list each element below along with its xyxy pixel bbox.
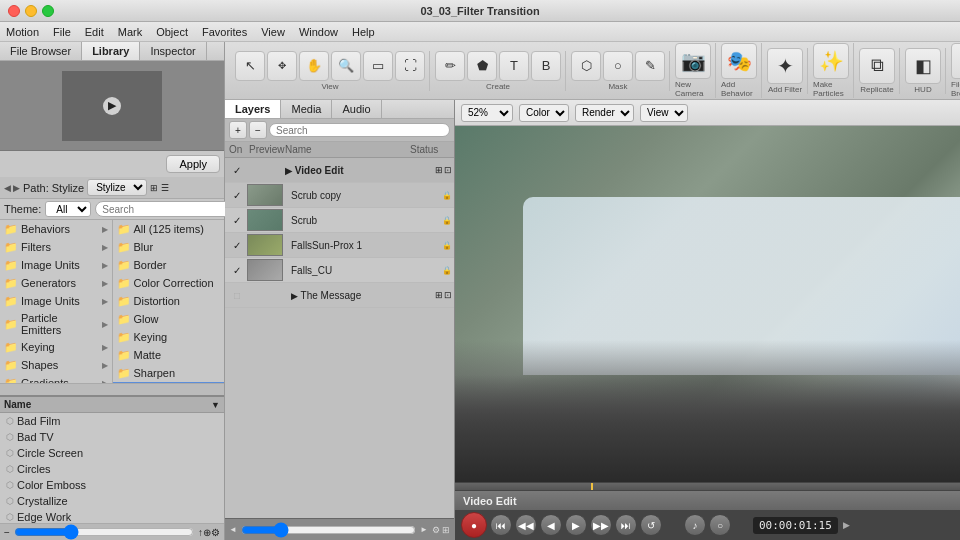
make-particles-btn[interactable]: ✨ — [813, 43, 849, 79]
categories-scrollbar[interactable] — [0, 383, 224, 395]
cat-filters[interactable]: 📁 Filters ▶ — [0, 238, 112, 256]
tab-inspector[interactable]: Inspector — [140, 42, 206, 60]
add-behavior-btn[interactable]: 🎭 — [721, 43, 757, 79]
subcat-border[interactable]: 📁 Border — [113, 256, 225, 274]
playhead-bar[interactable] — [455, 482, 960, 490]
filter-circle-screen[interactable]: ⬡ Circle Screen — [0, 445, 224, 461]
cat-particle-emitters[interactable]: 📁 Particle Emitters ▶ — [0, 310, 112, 338]
preview-play-button[interactable]: ▶ — [103, 97, 121, 115]
subcat-glow[interactable]: 📁 Glow — [113, 310, 225, 328]
remove-layer-btn[interactable]: − — [249, 121, 267, 139]
menu-window[interactable]: Window — [299, 26, 338, 38]
maximize-button[interactable] — [42, 5, 54, 17]
cat-gradients[interactable]: 📁 Gradients ▶ — [0, 374, 112, 383]
pan-tool[interactable]: ✋ — [299, 51, 329, 81]
cat-shapes[interactable]: 📁 Shapes ▶ — [0, 356, 112, 374]
menu-file[interactable]: File — [53, 26, 71, 38]
layer-tab-layers[interactable]: Layers — [225, 100, 281, 118]
mask-circle-tool[interactable]: ○ — [603, 51, 633, 81]
canvas-viewport[interactable]: lynda.com — [455, 126, 960, 482]
filter-crystallize[interactable]: ⬡ Crystallize — [0, 493, 224, 509]
subcat-distortion[interactable]: 📁 Distortion — [113, 292, 225, 310]
subcat-blur[interactable]: 📁 Blur — [113, 238, 225, 256]
filter-bad-tv[interactable]: ⬡ Bad TV — [0, 429, 224, 445]
layer-row[interactable]: ✓ Scrub 🔒 — [225, 208, 454, 233]
menu-favorites[interactable]: Favorites — [202, 26, 247, 38]
panel-collapse-icon[interactable]: ▼ — [211, 400, 220, 410]
timecode-arrow[interactable]: ▶ — [843, 520, 850, 530]
zoom-select[interactable]: 52% 100% — [461, 104, 513, 122]
menu-motion[interactable]: Motion — [6, 26, 39, 38]
new-camera-btn[interactable]: 📷 — [675, 43, 711, 79]
path-forward-arrow[interactable]: ▶ — [13, 183, 20, 193]
menu-help[interactable]: Help — [352, 26, 375, 38]
color-mode-select[interactable]: Color — [519, 104, 569, 122]
pen-tool[interactable]: ✏ — [435, 51, 465, 81]
paint-tool[interactable]: B — [531, 51, 561, 81]
prev-frame-btn[interactable]: ◀◀ — [515, 514, 537, 536]
tab-file-browser[interactable]: File Browser — [0, 42, 82, 60]
filter-edge-work[interactable]: ⬡ Edge Work — [0, 509, 224, 523]
layer-row[interactable]: ✓ ▶ Video Edit ⊞ ⊡ — [225, 158, 454, 183]
layers-search-input[interactable] — [269, 123, 450, 137]
audio-btn[interactable]: ♪ — [684, 514, 706, 536]
apply-button[interactable]: Apply — [166, 155, 220, 173]
filter-bad-film[interactable]: ⬡ Bad Film — [0, 413, 224, 429]
layer-row[interactable]: ✓ Scrub copy 🔒 — [225, 183, 454, 208]
layer-tab-media[interactable]: Media — [281, 100, 332, 118]
subcat-matte[interactable]: 📁 Matte — [113, 346, 225, 364]
layer-check[interactable]: ✓ — [227, 165, 247, 176]
timeline-settings-icon[interactable]: ⚙ — [432, 525, 440, 535]
timeline-scroll[interactable] — [241, 525, 416, 535]
add-filter-btn[interactable]: ✦ — [767, 48, 803, 84]
cat-image-units-2[interactable]: 📁 Image Units ▶ — [0, 292, 112, 310]
layer-check[interactable]: ✓ — [227, 240, 247, 251]
rectangle-tool[interactable]: ▭ — [363, 51, 393, 81]
timeline-options-icon[interactable]: ⊞ — [442, 525, 450, 535]
select-tool[interactable]: ↖ — [235, 51, 265, 81]
cat-behaviors[interactable]: 📁 Behaviors ▶ — [0, 220, 112, 238]
file-browser-btn[interactable]: 📁 — [951, 43, 960, 79]
crop-tool[interactable]: ⛶ — [395, 51, 425, 81]
next-frame-btn[interactable]: ⏭ — [615, 514, 637, 536]
menu-mark[interactable]: Mark — [118, 26, 142, 38]
minimize-button[interactable] — [25, 5, 37, 17]
menu-edit[interactable]: Edit — [85, 26, 104, 38]
text-tool[interactable]: T — [499, 51, 529, 81]
layer-tab-audio[interactable]: Audio — [332, 100, 381, 118]
go-to-start-btn[interactable]: ⏮ — [490, 514, 512, 536]
layer-row[interactable]: ✓ FallsSun-Prox 1 🔒 — [225, 233, 454, 258]
minus-icon[interactable]: − — [4, 527, 10, 538]
next-frame-step-btn[interactable]: ▶▶ — [590, 514, 612, 536]
prev-frame-step-btn[interactable]: ◀ — [540, 514, 562, 536]
menu-view[interactable]: View — [261, 26, 285, 38]
tab-library[interactable]: Library — [82, 42, 140, 60]
size-slider[interactable] — [14, 526, 194, 538]
subcat-color-correction[interactable]: 📁 Color Correction — [113, 274, 225, 292]
menu-object[interactable]: Object — [156, 26, 188, 38]
layer-check[interactable]: ✓ — [227, 215, 247, 226]
record-button[interactable]: ● — [461, 512, 487, 538]
cat-keying[interactable]: 📁 Keying ▶ — [0, 338, 112, 356]
loop-btn[interactable]: ↺ — [640, 514, 662, 536]
zoom-tool[interactable]: 🔍 — [331, 51, 361, 81]
subcat-sharpen[interactable]: 📁 Sharpen — [113, 364, 225, 382]
add-layer-btn[interactable]: + — [229, 121, 247, 139]
action-icon[interactable]: ⚙ — [211, 527, 220, 538]
add-icon[interactable]: ⊕ — [203, 527, 211, 538]
theme-select[interactable]: All — [45, 201, 91, 217]
layer-check[interactable]: ✓ — [227, 265, 247, 276]
layer-check[interactable]: □ — [227, 290, 247, 301]
subcat-all[interactable]: 📁 All (125 items) — [113, 220, 225, 238]
transform-tool[interactable]: ✥ — [267, 51, 297, 81]
filter-color-emboss[interactable]: ⬡ Color Emboss — [0, 477, 224, 493]
library-search-input[interactable] — [95, 201, 236, 217]
path-back-arrow[interactable]: ◀ — [4, 183, 11, 193]
view-select[interactable]: View — [640, 104, 688, 122]
play-btn[interactable]: ▶ — [565, 514, 587, 536]
subcat-keying[interactable]: 📁 Keying — [113, 328, 225, 346]
hud-btn[interactable]: ◧ — [905, 48, 941, 84]
close-button[interactable] — [8, 5, 20, 17]
mask-poly-tool[interactable]: ⬡ — [571, 51, 601, 81]
render-select[interactable]: Render — [575, 104, 634, 122]
